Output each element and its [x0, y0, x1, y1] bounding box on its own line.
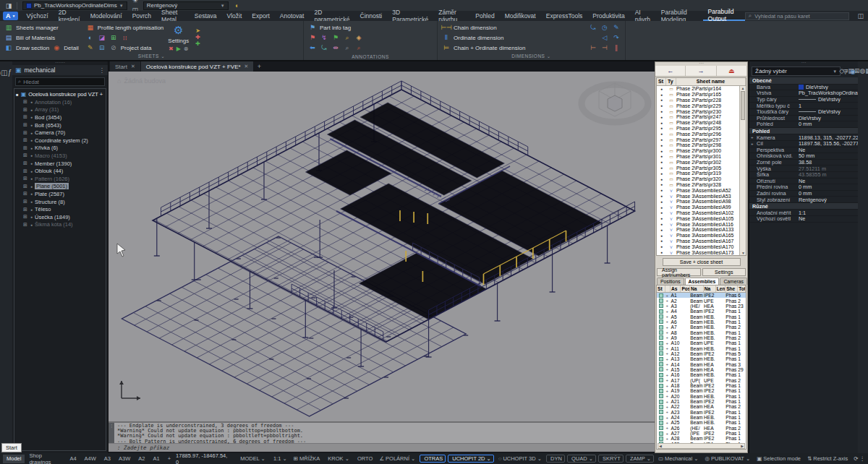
- visibility-eye-icon[interactable]: ●: [657, 137, 666, 142]
- visibility-eye-icon[interactable]: ●: [657, 143, 666, 147]
- visibility-eye-icon[interactable]: ●: [657, 87, 666, 91]
- expand-icon[interactable]: ⊞: [23, 145, 28, 151]
- status-toggle[interactable]: ▭ Mechanical ⌄: [656, 455, 700, 463]
- ribbon-tab[interactable]: Sheet Metal: [156, 11, 190, 21]
- status-toggle[interactable]: ⊞ MŘÍŽKA: [292, 455, 323, 463]
- sheet-row[interactable]: ● ▭ Phase 2\Parts\pr165: [657, 92, 746, 98]
- assembly-row[interactable]: + A4 Beam IPE2 Phas 1: [657, 309, 746, 314]
- assembly-row[interactable]: + A24 Beam HEB. Phas 1: [657, 415, 746, 420]
- expand-icon[interactable]: +: [665, 421, 671, 425]
- visibility-eye-icon[interactable]: ●: [657, 149, 666, 153]
- visibility-eye-icon[interactable]: ●: [657, 109, 666, 113]
- ribbon-tab[interactable]: Záměr návrhu: [433, 11, 470, 21]
- tool-icon[interactable]: ⊟: [98, 43, 106, 52]
- visibility-eye-icon[interactable]: ●: [657, 93, 666, 97]
- column-header[interactable]: Len: [716, 285, 726, 292]
- tree-item[interactable]: ⊞ ● Oblouk (44): [14, 167, 106, 175]
- settings-button[interactable]: Settings: [702, 268, 746, 276]
- tree-item[interactable]: ⊞ ● Bod (3454): [14, 113, 106, 121]
- visibility-eye-icon[interactable]: ●: [657, 210, 666, 215]
- sheet-row[interactable]: ● ⋎ Phase 3\Assemblies\A102: [657, 210, 746, 216]
- ribbon-search-input[interactable]: ⌕ Vyhledat na pásu karet: [745, 12, 849, 20]
- assembly-row[interactable]: + A25 Beam HEB. Phas 1: [657, 420, 746, 425]
- expand-icon[interactable]: +: [665, 304, 671, 308]
- expand-icon[interactable]: +: [665, 426, 671, 430]
- status-toggle[interactable]: ▣ Selection mode: [754, 455, 803, 463]
- expand-icon[interactable]: ⊞: [23, 222, 28, 228]
- sheet-row[interactable]: ● ▭ Phase 2\Parts\pr328: [657, 182, 746, 188]
- search-red-icon[interactable]: ⌕: [354, 43, 363, 52]
- panel-toggle-icon[interactable]: ◫: [857, 12, 864, 20]
- expand-icon[interactable]: +: [665, 410, 671, 414]
- application-menu-button[interactable]: A▼: [3, 12, 18, 20]
- expand-icon[interactable]: +: [665, 405, 671, 409]
- sheet-row[interactable]: ● ▭ Phase 2\Parts\pr248: [657, 120, 746, 126]
- expand-icon[interactable]: +: [665, 378, 671, 382]
- sheet-row[interactable]: ● ⋎ Phase 3\Assemblies\A99: [657, 205, 746, 210]
- tree-item[interactable]: ⊞ ● Plane (5001): [14, 183, 106, 191]
- sheet-row[interactable]: ● ▭ Phase 2\Parts\pr300: [657, 148, 746, 154]
- sheet-row[interactable]: ● ▭ Phase 2\Parts\pr298: [657, 142, 746, 148]
- tree-item[interactable]: ⊞ ● Pattern (1626): [14, 175, 106, 183]
- assembly-row[interactable]: + A11 Beam HEB. Phas 1: [657, 345, 746, 351]
- property-row[interactable]: Cíl 11897.58, 315.56, -20277.85: [749, 141, 858, 147]
- assembly-row[interactable]: + A28 Beam IPE2 Phas 1: [657, 436, 746, 441]
- ribbon-tab[interactable]: Výchozí: [21, 11, 53, 21]
- expand-icon[interactable]: +: [665, 341, 671, 345]
- expand-icon[interactable]: +: [665, 346, 671, 351]
- edit-dim-icon[interactable]: ✎: [612, 23, 621, 32]
- sheet-row[interactable]: ● ⋎ Phase 3\Assemblies\A170: [657, 244, 746, 249]
- expand-icon[interactable]: +: [665, 431, 671, 436]
- scrollbar-horizontal[interactable]: ◀▶: [658, 443, 745, 449]
- tree-item[interactable]: ⊞ ● Úsečka (1849): [14, 213, 106, 221]
- visibility-eye-icon[interactable]: ●: [657, 233, 666, 238]
- status-toggle[interactable]: ◌ UCHOPIT 3D ⌄: [496, 455, 544, 463]
- command-history[interactable]: ⋮ --- Endplate is underconstrained, 3 de…: [109, 421, 655, 443]
- tree-item[interactable]: ⊞ ● Array (31): [14, 106, 106, 114]
- expand-icon[interactable]: ⊞: [23, 207, 28, 212]
- expand-icon[interactable]: +: [665, 325, 671, 330]
- group-label-dimensions[interactable]: DIMENSIONS ⌄: [438, 53, 625, 59]
- ribbon-tab[interactable]: Produktivita: [587, 11, 629, 21]
- tree-item[interactable]: ⊞ ● Macro (4153): [14, 152, 106, 160]
- sheet-row[interactable]: ● ▭ Phase 2\Parts\pr228: [657, 98, 746, 103]
- save-close-sheet-button[interactable]: Save + close sheet: [663, 258, 741, 266]
- sheet-row[interactable]: ● ▭ Phase 2\Parts\pr230: [657, 108, 746, 114]
- swap-icon[interactable]: ⤿: [320, 43, 328, 52]
- ribbon-tab[interactable]: Sestava: [190, 11, 222, 21]
- ribbon-tab[interactable]: Činnosti: [355, 11, 388, 21]
- chain-ordinate-dimension-button[interactable]: Chain + Ordinate dimension: [454, 45, 525, 51]
- tree-item[interactable]: ⊞ ● Member (1390): [14, 160, 106, 168]
- visibility-eye-icon[interactable]: ●: [657, 239, 666, 243]
- sheet-row[interactable]: ● ⋎ Phase 3\Assemblies\A116: [657, 221, 746, 227]
- visibility-eye-icon[interactable]: ●: [657, 103, 666, 108]
- leader-icon[interactable]: ◁: [600, 33, 609, 42]
- column-header[interactable]: Tot: [738, 285, 746, 292]
- ribbon-tab[interactable]: Pohled: [470, 11, 499, 21]
- expand-icon[interactable]: +: [665, 314, 671, 319]
- visibility-eye-icon[interactable]: ●: [657, 121, 666, 125]
- scrollbar-vertical[interactable]: ▲▼: [739, 86, 746, 255]
- assembly-row[interactable]: + A8 Beam HEB. Phas 1: [657, 330, 746, 335]
- expand-icon[interactable]: ⊞: [23, 137, 28, 143]
- ribbon-tab[interactable]: Export: [247, 11, 275, 21]
- column-header[interactable]: St: [657, 285, 665, 292]
- expand-icon[interactable]: +: [665, 357, 671, 361]
- expand-icon[interactable]: +: [665, 319, 671, 324]
- search-dark-icon[interactable]: ⌕: [343, 43, 352, 52]
- sheet-row[interactable]: ● ⋎ Phase 3\Assemblies\A133: [657, 227, 746, 233]
- expand-icon[interactable]: ⊞: [23, 99, 28, 105]
- status-toggle[interactable]: UCHOPIT 2D ⌄: [448, 455, 494, 463]
- visibility-eye-icon[interactable]: ●: [657, 132, 666, 136]
- visibility-eye-icon[interactable]: ●: [657, 222, 666, 226]
- status-toggle[interactable]: OTRAS: [420, 455, 446, 463]
- ribbon-tab[interactable]: Vložit: [221, 11, 247, 21]
- bill-of-materials-button[interactable]: ▤Bill of Materials: [4, 33, 79, 43]
- status-toggle[interactable]: ◎ PUBLIKOVAT ⌄: [702, 455, 752, 463]
- close-tab-icon[interactable]: ✕: [131, 64, 135, 69]
- assembly-row[interactable]: + A19 Beam IPE2 Phas 1: [657, 388, 746, 393]
- expand-icon[interactable]: +: [665, 351, 671, 356]
- expand-icon[interactable]: +: [665, 362, 671, 366]
- drawing-viewport[interactable]: ⌂ Žádná budova: [109, 72, 655, 421]
- sheet-row[interactable]: ● ⋎ Phase 3\Assemblies\A167: [657, 239, 746, 244]
